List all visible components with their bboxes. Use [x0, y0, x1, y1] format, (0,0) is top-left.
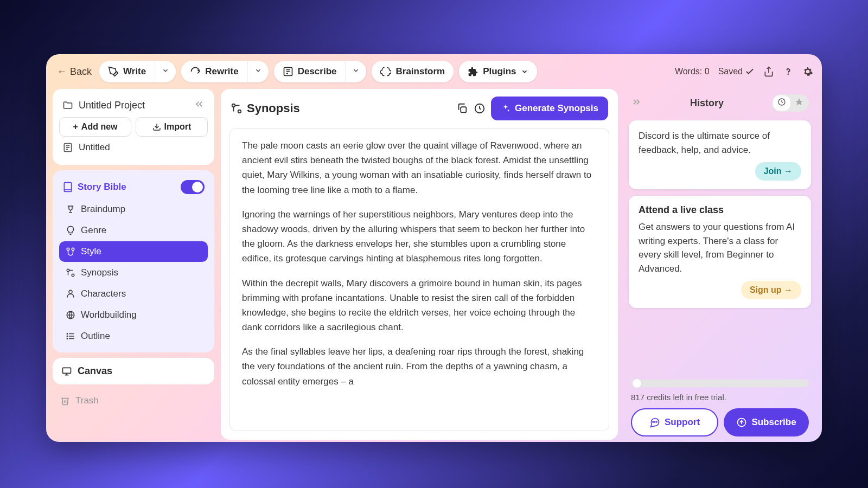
- trash-item[interactable]: Trash: [53, 390, 214, 412]
- svg-point-11: [72, 274, 74, 277]
- trash-icon: [60, 396, 70, 406]
- history-button[interactable]: [474, 102, 486, 114]
- paragraph: The pale moon casts an eerie glow over t…: [242, 138, 597, 197]
- svg-point-10: [67, 269, 69, 272]
- canvas-item[interactable]: Canvas: [53, 358, 214, 384]
- gear-icon: [802, 66, 813, 77]
- svg-point-21: [232, 104, 235, 107]
- help-button[interactable]: [783, 66, 794, 77]
- rewrite-icon: [190, 66, 201, 77]
- rewrite-button[interactable]: Rewrite: [181, 61, 247, 82]
- history-filter-toggle[interactable]: [772, 94, 809, 112]
- signup-button[interactable]: Sign up →: [741, 281, 801, 299]
- trophy-icon: [66, 204, 75, 214]
- help-icon: [783, 66, 794, 77]
- share-button[interactable]: [763, 66, 774, 77]
- app-window: ← Back Write Rewrite Describe: [46, 54, 822, 442]
- write-label: Write: [123, 66, 146, 77]
- write-button[interactable]: Write: [99, 61, 155, 82]
- chevron-down-icon: [352, 67, 360, 74]
- back-button[interactable]: ← Back: [55, 62, 94, 82]
- expand-panel-button[interactable]: [631, 97, 642, 110]
- story-bible-toggle[interactable]: [181, 180, 205, 194]
- copy-button[interactable]: [456, 102, 468, 114]
- toolbar: ← Back Write Rewrite Describe: [46, 54, 822, 89]
- chevron-down-icon: [254, 67, 262, 74]
- paragraph: As the final syllables leave her lips, a…: [242, 344, 597, 389]
- bible-item-synopsis[interactable]: Synopsis: [59, 262, 208, 283]
- toolbar-status: Words: 0 Saved: [675, 66, 813, 77]
- subscribe-button[interactable]: Subscribe: [724, 408, 809, 436]
- rewrite-dropdown[interactable]: [247, 61, 269, 82]
- arrow-left-icon: ←: [57, 66, 67, 78]
- lightbulb-icon: [66, 226, 75, 235]
- svg-point-28: [654, 421, 655, 422]
- main-area: Untitled Project + Add new Import: [46, 89, 822, 442]
- write-dropdown[interactable]: [155, 61, 176, 82]
- document-item[interactable]: Untitled: [59, 137, 208, 158]
- describe-dropdown[interactable]: [345, 61, 366, 82]
- history-clock-option[interactable]: [773, 95, 790, 111]
- svg-point-2: [788, 74, 789, 75]
- svg-point-27: [653, 421, 654, 422]
- share-icon: [763, 66, 774, 77]
- chevrons-left-icon: [194, 99, 205, 110]
- back-label: Back: [70, 66, 92, 78]
- svg-point-29: [656, 421, 657, 422]
- saved-status: Saved: [718, 67, 755, 76]
- describe-label: Describe: [298, 66, 337, 77]
- bible-item-genre[interactable]: Genre: [59, 220, 208, 241]
- credits-area: 817 credits left in free trial. Support …: [624, 373, 815, 440]
- add-new-button[interactable]: + Add new: [59, 117, 131, 137]
- progress-knob: [632, 378, 642, 388]
- svg-point-9: [72, 248, 74, 251]
- brainstorm-button[interactable]: Brainstorm: [372, 61, 454, 82]
- chat-icon: [649, 417, 660, 428]
- generate-button[interactable]: Generate Synopsis: [491, 97, 608, 120]
- clock-icon: [777, 98, 786, 106]
- folder-icon: [62, 100, 73, 111]
- bible-item-style[interactable]: Style: [59, 241, 208, 262]
- story-bible-card: Story Bible Braindump Genre Style: [53, 170, 214, 352]
- plugins-button[interactable]: Plugins: [459, 61, 537, 82]
- plugins-label: Plugins: [483, 66, 516, 77]
- import-button[interactable]: Import: [136, 117, 208, 137]
- chevrons-right-icon: [631, 97, 642, 107]
- person-icon: [66, 289, 75, 299]
- globe-icon: [66, 310, 75, 320]
- document-icon: [62, 142, 73, 153]
- synopsis-content[interactable]: The pale moon casts an eerie glow over t…: [229, 128, 609, 431]
- join-button[interactable]: Join →: [755, 162, 801, 181]
- bible-item-characters[interactable]: Characters: [59, 284, 208, 304]
- center-panel: Synopsis Generate Synopsis The pale moon…: [221, 89, 618, 440]
- collapse-sidebar-button[interactable]: [194, 99, 205, 112]
- plugins-group: Plugins: [459, 61, 537, 82]
- credits-progress: [631, 380, 809, 387]
- bible-item-braindump[interactable]: Braindump: [59, 199, 208, 220]
- settings-button[interactable]: [802, 66, 813, 77]
- describe-group: Describe: [274, 61, 367, 82]
- chevron-down-icon: [521, 68, 528, 75]
- plus-icon: +: [73, 122, 78, 132]
- panel-title: Synopsis: [231, 101, 451, 115]
- discord-text: Discord is the ultimate source of feedba…: [639, 129, 801, 157]
- class-card: Attend a live class Get answers to your …: [629, 196, 811, 308]
- svg-point-19: [67, 338, 68, 339]
- svg-rect-23: [461, 107, 466, 112]
- bible-item-worldbuilding[interactable]: Worldbuilding: [59, 305, 208, 325]
- brainstorm-label: Brainstorm: [395, 66, 445, 77]
- word-count: Words: 0: [675, 67, 710, 76]
- paragraph: Within the decrepit walls, Mary discover…: [242, 276, 597, 335]
- synopsis-icon: [231, 102, 242, 114]
- upgrade-icon: [736, 417, 747, 428]
- history-star-option[interactable]: [790, 95, 808, 111]
- support-button[interactable]: Support: [631, 408, 718, 436]
- bible-item-outline[interactable]: Outline: [59, 326, 208, 346]
- rewrite-group: Rewrite: [181, 61, 268, 82]
- write-group: Write: [99, 61, 176, 82]
- svg-point-8: [67, 248, 69, 251]
- paragraph: Ignoring the warnings of her superstitio…: [242, 207, 597, 266]
- svg-point-18: [67, 336, 68, 337]
- describe-button[interactable]: Describe: [274, 61, 346, 82]
- rewrite-label: Rewrite: [205, 66, 238, 77]
